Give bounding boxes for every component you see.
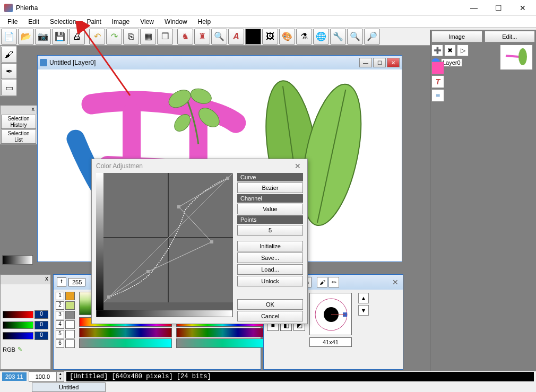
initialize-button[interactable]: Initialize xyxy=(237,241,303,251)
color-swatch[interactable] xyxy=(245,29,261,45)
r-slider[interactable] xyxy=(3,311,33,318)
menu-selection[interactable]: Selection xyxy=(45,17,81,27)
hue-strip-2[interactable] xyxy=(176,328,269,337)
statusbar: 203 11 100.0 ▲ ▼ [Untitled] [640x480 pix… xyxy=(0,371,536,392)
status-coordinates: 203 11 xyxy=(2,372,27,381)
canvas-maximize-button[interactable]: ☐ xyxy=(373,58,386,67)
fx1-icon[interactable]: 🖼 xyxy=(262,29,278,45)
swatch-num[interactable]: 2 xyxy=(56,301,64,310)
brush-panel-close[interactable]: ✕ xyxy=(390,277,401,288)
b-slider[interactable] xyxy=(3,332,33,339)
new-icon[interactable]: 📄 xyxy=(1,29,17,45)
redo-icon[interactable]: ↷ xyxy=(106,29,122,45)
rect-tool-icon[interactable]: ▭ xyxy=(1,80,17,95)
cancel-button[interactable]: Cancel xyxy=(237,311,303,321)
rp-tool-vis[interactable]: ▷ xyxy=(457,45,469,56)
selection-panel-close[interactable]: x xyxy=(1,106,37,114)
menu-window[interactable]: Window xyxy=(159,17,193,27)
swatch-preset[interactable] xyxy=(65,301,75,310)
close-button[interactable]: ✕ xyxy=(511,0,535,16)
zoom-up-button[interactable]: ▲ xyxy=(56,372,64,377)
bezier-button[interactable]: Bezier xyxy=(237,182,303,193)
edit-tab[interactable]: Edit... xyxy=(485,31,535,42)
canvas-titlebar[interactable]: Untitled [Layer0] — ☐ ✕ xyxy=(38,56,402,69)
fx2-icon[interactable]: 🎨 xyxy=(279,29,295,45)
canvas-minimize-button[interactable]: — xyxy=(359,58,372,67)
text-icon[interactable]: A xyxy=(228,29,244,45)
rp-tool-add[interactable]: ➕ xyxy=(431,45,443,56)
swatch-preset[interactable] xyxy=(65,339,75,348)
zoom-down-button[interactable]: ▼ xyxy=(56,377,64,381)
layer-thumbnail[interactable] xyxy=(500,45,533,70)
menu-image[interactable]: Image xyxy=(107,17,135,27)
swatch-preset[interactable] xyxy=(65,320,75,329)
ok-button[interactable]: OK xyxy=(237,299,303,310)
curve-editor[interactable] xyxy=(96,173,233,310)
globe-icon[interactable]: 🌐 xyxy=(313,29,329,45)
tool-icon[interactable]: 🔧 xyxy=(330,29,346,45)
swatch-num[interactable]: 3 xyxy=(56,311,64,319)
document-tab[interactable]: Untitled xyxy=(32,382,106,392)
channel-section-label: Channel xyxy=(237,194,303,203)
stamp2-icon[interactable]: ♜ xyxy=(194,29,210,45)
menu-view[interactable]: View xyxy=(135,17,159,27)
t-value[interactable]: 255 xyxy=(68,278,85,286)
minimize-button[interactable]: — xyxy=(462,0,486,16)
brush-h6-icon[interactable]: ✏ xyxy=(328,277,339,288)
stamp1-icon[interactable]: ♞ xyxy=(177,29,193,45)
copy-icon[interactable]: ⎘ xyxy=(123,29,139,45)
pen-tool-icon[interactable]: ✒ xyxy=(1,63,17,79)
print-icon[interactable]: 🖨 xyxy=(69,29,85,45)
swatch-preset[interactable] xyxy=(65,330,75,338)
color-panel-close[interactable]: x xyxy=(1,275,50,284)
sat-strip[interactable] xyxy=(176,338,269,348)
canvas-close-button[interactable]: ✕ xyxy=(387,58,400,67)
color-mode-icon[interactable]: ✎ xyxy=(18,346,22,353)
zoom-icon[interactable]: 🔍 xyxy=(211,29,227,45)
save-button[interactable]: Save... xyxy=(237,252,303,263)
g-slider[interactable] xyxy=(3,321,33,329)
swatch-preset[interactable] xyxy=(65,292,75,300)
swatch-num[interactable]: 5 xyxy=(56,330,64,338)
brush-preview xyxy=(309,293,352,335)
window-icon[interactable]: ❐ xyxy=(157,29,173,45)
selection-list-button[interactable]: Selection List xyxy=(1,129,36,144)
brush-tool-icon[interactable]: 🖌 xyxy=(1,47,17,63)
rp-tool-del[interactable]: ✖ xyxy=(444,45,456,56)
dialog-close-button[interactable]: ✕ xyxy=(292,161,303,171)
channel-button[interactable]: Value xyxy=(237,204,303,214)
sat-strip[interactable] xyxy=(79,338,172,348)
swatch-num[interactable]: 6 xyxy=(56,339,64,348)
camera-icon[interactable]: 📷 xyxy=(35,29,51,45)
undo-icon[interactable]: ↶ xyxy=(89,29,105,45)
menu-paint[interactable]: Paint xyxy=(81,17,106,27)
menu-edit[interactable]: Edit xyxy=(23,17,45,27)
fx3-icon[interactable]: ⚗ xyxy=(296,29,312,45)
save-icon[interactable]: 💾 xyxy=(52,29,68,45)
load-button[interactable]: Load... xyxy=(237,264,303,275)
brush-adj-icon[interactable]: ▼ xyxy=(358,305,369,316)
brush-size-label[interactable]: 41x41 xyxy=(309,337,352,347)
swatch-preset[interactable] xyxy=(65,311,75,319)
swatch-num[interactable]: 1 xyxy=(56,292,64,300)
t-label: t xyxy=(57,277,66,287)
zoomin-icon[interactable]: 🔍 xyxy=(347,29,363,45)
zoomout-icon[interactable]: 🔎 xyxy=(364,29,380,45)
rp-text-button[interactable]: T xyxy=(431,75,444,88)
points-value[interactable]: 5 xyxy=(237,225,303,236)
menu-file[interactable]: File xyxy=(2,17,23,27)
brush-h5-icon[interactable]: 🖌 xyxy=(317,277,327,288)
zoom-control[interactable]: 100.0 ▲ ▼ xyxy=(29,371,65,382)
brush-adj-icon[interactable]: ▲ xyxy=(358,293,369,303)
maximize-button[interactable]: ☐ xyxy=(486,0,511,16)
rp-color-button[interactable] xyxy=(431,62,444,74)
swatch-num[interactable]: 4 xyxy=(56,320,64,329)
open-icon[interactable]: 📂 xyxy=(18,29,34,45)
unlock-button[interactable]: Unlock xyxy=(237,276,303,286)
hue-strip-2[interactable] xyxy=(79,328,172,337)
menu-help[interactable]: Help xyxy=(193,17,217,27)
layers-icon[interactable]: ▦ xyxy=(140,29,156,45)
image-tab[interactable]: Image xyxy=(431,31,482,42)
rp-layers-button[interactable]: ≡ xyxy=(431,89,444,102)
selection-history-button[interactable]: Selection History xyxy=(1,115,36,129)
